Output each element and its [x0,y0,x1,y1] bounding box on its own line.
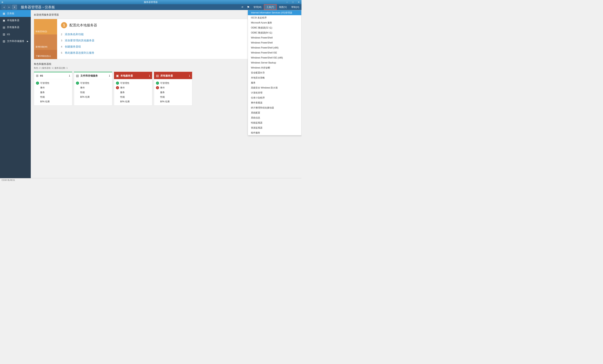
iis-row-bpa: BPA 结果 [36,99,70,104]
allservers-card-body: ✓ 可管理性 1 事件 服务 性能 [154,79,192,106]
title-bar-text: 服务器管理器 [144,0,158,4]
dashboard-icon: ▦ [2,12,5,15]
iis-row-manageability: ✓ 可管理性 [36,81,70,85]
tools-eventvwr-item[interactable]: 事件查看器 [248,100,301,105]
fs-status-ok: ✓ [76,82,79,85]
all-status-ok: ✓ [156,82,159,85]
tools-psise-x86-item[interactable]: Windows PowerShell ISE (x86) [248,55,301,60]
tools-defrag-item[interactable]: 碎片整理和优化驱动器 [248,105,301,110]
sidebar-item-all-servers[interactable]: ▤ 所有服务器 [0,24,31,31]
minimize-button[interactable]: ─ [284,0,290,4]
tools-iis-item[interactable]: Internet Information Services (IIS)管理器 [248,10,301,15]
role-card-allservers-header: ▤ 所有服务器 1 [154,72,192,79]
tools-psise-item[interactable]: Windows PowerShell ISE [248,50,301,55]
fs-row-bpa: BPA 结果 [76,95,110,99]
fs-row-events: 事件 [76,85,110,90]
app-icon: ⊞ [1,1,3,3]
iis-status-ok: ✓ [36,82,39,85]
title-bar: ⊞ 服务器管理器 ─ □ ✕ [0,0,302,4]
role-card-local-header: ▣ 本地服务器 1 [114,72,152,79]
qs-item-num-2: 3 [61,39,65,42]
tools-secwizard-item[interactable]: 安全配置向导 [248,70,301,75]
sidebar-item-dashboard[interactable]: ▦ 仪表板 [0,10,31,17]
sidebar-item-local-server[interactable]: ▣ 本地服务器 [0,17,31,24]
back-button[interactable]: ◀ [1,5,6,10]
quick-start-section-3[interactable]: 了解详细信息(L) [34,50,57,59]
tools-label: 工具(T) [267,6,274,9]
all-row-services: 服务 [156,90,190,95]
role-card-iis-header: ⊞ IIS 1 [34,72,72,79]
tools-wsb-item[interactable]: Windows Server Backup [248,60,301,65]
help-menu[interactable]: 帮助(H) [289,4,302,10]
quick-start-section-2[interactable]: 新增功能(W) [34,35,57,50]
sidebar: ▦ 仪表板 ▣ 本地服务器 ▤ 所有服务器 ▥ IIS ▧ 文件和存储服务 ▶ [0,10,31,182]
tools-ps1-item[interactable]: Windows PowerShell [248,35,301,40]
view-menu[interactable]: 视图(V) [277,4,289,10]
quick-start-sidebar: 快速启动(Q) 新增功能(W) 了解详细信息(L) [34,19,57,59]
flag-icon: ⚑ [247,5,250,9]
quick-start-section-1[interactable]: 快速启动(Q) [34,19,57,35]
all-servers-icon: ▤ [2,26,5,29]
qs-label-1: 快速启动(Q) [35,30,47,33]
qs-item-num-1: 2 [61,33,65,36]
tools-ps2-item[interactable]: Windows PowerShell [248,40,301,45]
tools-perfmon-item[interactable]: 性能监视器 [248,120,301,125]
qs-item-text-2: 添加要管理的其他服务器 [65,39,94,42]
qs-label-2: 新增功能(W) [35,45,47,48]
all-row-events: 1 事件 [156,85,190,90]
tools-ps-x86-item[interactable]: Windows PowerShell (x86) [248,45,301,50]
manage-menu[interactable]: 管理(M) [251,4,264,10]
local-row-services: 服务 [116,90,150,95]
local-server-icon: ▣ [2,19,5,22]
role-card-iis[interactable]: ⊞ IIS 1 ✓ 可管理性 事件 服务 [34,72,72,106]
restore-button[interactable]: □ [290,0,296,4]
tools-sysinfo-item[interactable]: 系统信息 [248,115,301,120]
allservers-card-title: 所有服务器 [160,74,187,78]
flag-menu[interactable]: ⚑ [245,4,251,10]
sidebar-item-label-iis: IIS [7,33,10,36]
expand-icon: ▶ [27,40,28,42]
all-row-manageability: ✓ 可管理性 [156,81,190,85]
tools-services-item[interactable]: 服务 [248,80,301,85]
tools-memdiag-item[interactable]: Windows 内存诊断 [248,65,301,70]
qs-item-text-1: 添加角色和功能 [65,33,84,36]
help-label: 帮助(H) [291,6,299,9]
filestorage-card-title: 文件和存储服务 [80,74,107,78]
iis-row-performance: 性能 [36,95,70,99]
tools-menu[interactable]: 工具(T) [264,4,277,10]
tools-firewall-item[interactable]: 高级安全 Windows 防火墙 [248,85,301,90]
tools-odbc64-item[interactable]: ODBC 数据源(64 位) [248,30,301,35]
tools-compmgmt-item[interactable]: 计算机管理 [248,90,301,95]
tools-azure-item[interactable]: Microsoft Azure 服务 [248,20,301,25]
local-row-performance: 性能 [116,95,150,99]
menu-bar-left: ◀ ▶ ▾ 服务器管理器 › 仪表板 [0,5,60,10]
iis-card-icon: ⊞ [36,74,38,78]
qs-item-text-4: 将此服务器连接到云服务 [65,51,94,55]
iis-icon: ▥ [2,33,5,36]
close-button[interactable]: ✕ [296,0,302,4]
fs-row-manageability: ✓ 可管理性 [76,81,110,85]
local-status-ok: ✓ [116,82,119,85]
tools-localpol-item[interactable]: 本地安全策略 [248,75,301,80]
allservers-card-count: 1 [189,74,190,77]
tools-dcomcnfg-item[interactable]: 组件服务 [248,130,301,135]
filestorage-card-icon: ▧ [76,74,79,78]
sidebar-item-iis[interactable]: ▥ IIS [0,31,31,38]
refresh-button[interactable]: ⟳ [240,4,245,10]
window-controls: ─ □ ✕ [284,0,302,4]
role-card-filestorage[interactable]: ▧ 文件和存储服务 1 ✓ 可管理性 事件 性能 [74,72,112,106]
role-card-allservers[interactable]: ▤ 所有服务器 1 ✓ 可管理性 1 事件 服务 [154,72,192,106]
tools-msconfig-item[interactable]: 系统配置 [248,110,301,115]
local-card-icon: ▣ [116,74,119,78]
tools-iscsi-item[interactable]: iSCSI 发起程序 [248,15,301,20]
forward-button[interactable]: ▶ [7,5,12,10]
tools-odbc32-item[interactable]: ODBC 数据源(32 位) [248,25,301,30]
menu-bar-right: ⟳ ⚑ 管理(M) 工具(T) 视图(V) 帮助(H) Internet Inf… [240,4,302,10]
local-row-manageability: ✓ 可管理性 [116,81,150,85]
role-card-local[interactable]: ▣ 本地服务器 1 ✓ 可管理性 1 事件 服务 [114,72,152,106]
tools-taskschd-item[interactable]: 任务计划程序 [248,95,301,100]
qs-label-3: 了解详细信息(L) [35,55,51,58]
sidebar-item-file-storage[interactable]: ▧ 文件和存储服务 ▶ [0,38,31,45]
dropdown-button[interactable]: ▾ [12,5,17,10]
tools-resmon-item[interactable]: 资源监视器 [248,125,301,130]
